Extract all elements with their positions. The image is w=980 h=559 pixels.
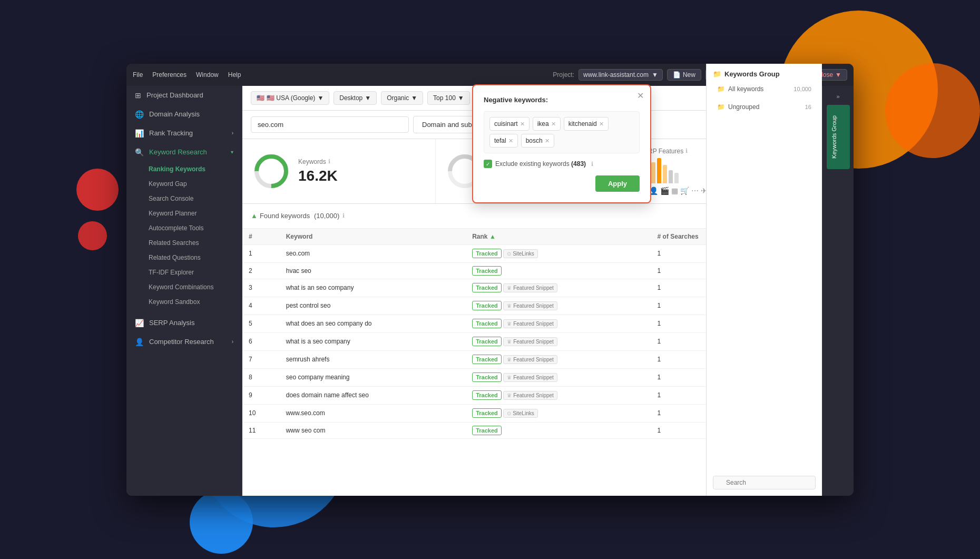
- found-label: Found keywords (10,000): [260, 212, 339, 220]
- menu-preferences[interactable]: Preferences: [152, 71, 187, 79]
- sidebar-sub-item-keyword-sandbox[interactable]: Keyword Sandbox: [126, 295, 242, 309]
- exclude-info-icon[interactable]: ℹ: [591, 161, 593, 168]
- menu-file[interactable]: File: [133, 71, 143, 79]
- tag-label: ikea: [537, 120, 549, 128]
- col-rank[interactable]: Rank ▲: [466, 229, 651, 245]
- project-label: Project:: [553, 71, 574, 79]
- top-filter[interactable]: Top 100 ▼: [427, 91, 470, 105]
- feature-badge: ♛ Featured Snippet: [503, 355, 557, 364]
- chevron-down-icon9: ▼: [458, 94, 464, 102]
- expand-icon[interactable]: ▲: [251, 212, 258, 220]
- panel-search-input[interactable]: [713, 476, 816, 489]
- tracked-badge: Tracked: [472, 266, 502, 276]
- cell-rank: Tracked ⊙ SiteLinks: [466, 244, 651, 262]
- chart-icon: 📊: [135, 129, 144, 138]
- serp-bar-4: [657, 158, 661, 183]
- tag-remove-icon[interactable]: ✕: [508, 138, 513, 144]
- cell-rank: Tracked ♛ Featured Snippet: [466, 350, 651, 368]
- tag-remove-icon[interactable]: ✕: [520, 121, 525, 128]
- menu-window[interactable]: Window: [196, 71, 219, 79]
- chevron-down-icon8: ▼: [411, 94, 417, 102]
- dashboard-icon: ⊞: [135, 91, 141, 100]
- keywords-stat-info: Keywords ℹ 16.2K: [298, 158, 338, 184]
- sidebar-item-serp-analysis[interactable]: 📈 SERP Analysis: [126, 313, 242, 332]
- menu-help[interactable]: Help: [228, 71, 241, 79]
- exclude-checkbox[interactable]: ✓: [484, 160, 492, 168]
- cell-rank: Tracked ♛ Featured Snippet: [466, 315, 651, 332]
- cell-keyword: does domain name affect seo: [280, 386, 466, 404]
- cell-keyword: hvac seo: [280, 262, 466, 279]
- col-keyword[interactable]: Keyword: [280, 229, 466, 245]
- popup-close-button[interactable]: ✕: [637, 91, 644, 101]
- chevron-down-icon: ▼: [652, 71, 658, 79]
- tag-remove-icon[interactable]: ✕: [599, 121, 604, 128]
- cell-num: 1: [242, 244, 280, 262]
- all-keywords-icon: 📁: [717, 86, 725, 93]
- serp-icon-4: ▦: [671, 187, 678, 195]
- chevron-down-icon4: ▼: [835, 71, 841, 79]
- apply-button[interactable]: Apply: [595, 175, 640, 192]
- keyword-tag: ikea✕: [533, 117, 561, 131]
- serp-bar-3: [651, 162, 655, 183]
- tag-label: bosch: [526, 137, 543, 144]
- chevron-down-icon6: ▼: [317, 94, 324, 102]
- search-type-filter[interactable]: Organic ▼: [381, 91, 423, 105]
- tracked-badge: Tracked: [472, 372, 502, 382]
- tag-remove-icon[interactable]: ✕: [551, 121, 556, 128]
- cell-num: 10: [242, 404, 280, 422]
- sidebar-item-project-dashboard[interactable]: ⊞ Project Dashboard: [126, 86, 242, 105]
- popup-title: Negative keywords:: [484, 96, 640, 104]
- panel-all-keywords[interactable]: 📁 All keywords 10,000: [713, 86, 816, 96]
- new-button[interactable]: 📄 New: [667, 69, 701, 81]
- chevron-right-icon2: ›: [232, 339, 233, 345]
- sidebar-sub-item-related-searches[interactable]: Related Searches: [126, 236, 242, 250]
- feature-badge: ♛ Featured Snippet: [503, 301, 557, 310]
- panel-ungrouped[interactable]: 📁 Ungrouped 16: [713, 100, 816, 114]
- sidebar-item-keyword-research[interactable]: 🔍 Keyword Research ▾: [126, 143, 242, 162]
- sidebar-item-rank-tracking[interactable]: 📊 Rank Tracking ›: [126, 124, 242, 143]
- sidebar-sub-item-autocomplete-tools[interactable]: Autocomplete Tools: [126, 221, 242, 236]
- tracked-badge: Tracked: [472, 408, 502, 418]
- sidebar-sub-item-ranking-keywords[interactable]: Ranking Keywords: [126, 162, 242, 176]
- tracked-badge: Tracked: [472, 337, 502, 346]
- sidebar-sub-item-search-console[interactable]: Search Console: [126, 191, 242, 206]
- project-dropdown[interactable]: www.link-assistant.com ▼: [579, 69, 663, 81]
- tracked-badge: Tracked: [472, 301, 502, 310]
- serp-icon-5: 🛒: [680, 187, 689, 195]
- serp-info-icon[interactable]: ℹ: [685, 148, 688, 154]
- bg-circle-red2: [78, 221, 107, 250]
- feature-badge: ♛ Featured Snippet: [503, 319, 557, 328]
- cell-rank: Tracked ♛ Featured Snippet: [466, 279, 651, 297]
- tag-remove-icon[interactable]: ✕: [545, 138, 550, 144]
- feature-badge: ⊙ SiteLinks: [503, 409, 538, 418]
- cell-num: 9: [242, 386, 280, 404]
- cell-rank: Tracked ⊙ SiteLinks: [466, 404, 651, 422]
- keywords-group-tab[interactable]: Keywords Group: [827, 105, 850, 169]
- cell-num: 6: [242, 332, 280, 350]
- flag-icon: 🇺🇸: [257, 94, 264, 102]
- chevron-right-icon: ›: [232, 130, 233, 136]
- domain-search-input[interactable]: [251, 116, 409, 133]
- found-info-icon[interactable]: ℹ: [342, 212, 345, 219]
- tag-label: cuisinart: [494, 120, 518, 128]
- serp-icon: 📈: [135, 319, 144, 327]
- keyword-tag: cuisinart✕: [489, 117, 530, 131]
- keywords-info-icon[interactable]: ℹ: [328, 158, 330, 165]
- cell-num: 5: [242, 315, 280, 332]
- sidebar-sub-item-keyword-gap[interactable]: Keyword Gap: [126, 176, 242, 191]
- country-filter[interactable]: 🇺🇸 🇺🇸 USA (Google) ▼: [251, 91, 329, 105]
- sidebar-item-domain-analysis[interactable]: 🌐 Domain Analysis: [126, 105, 242, 124]
- sidebar-sub-item-keyword-planner[interactable]: Keyword Planner: [126, 206, 242, 221]
- new-icon: 📄: [673, 71, 681, 79]
- tracked-badge: Tracked: [472, 355, 502, 364]
- keywords-value: 16.2K: [298, 168, 338, 184]
- exclude-row: ✓ Exclude existing keywords (483) ℹ: [484, 160, 640, 168]
- sidebar-sub-item-related-questions[interactable]: Related Questions: [126, 250, 242, 265]
- device-filter[interactable]: Desktop ▼: [334, 91, 377, 105]
- sidebar-item-competitor-research[interactable]: 👤 Competitor Research ›: [126, 332, 242, 351]
- expand-panel-icon[interactable]: »: [827, 90, 850, 103]
- sidebar-sub-item-tf-idf-explorer[interactable]: TF-IDF Explorer: [126, 265, 242, 280]
- cell-num: 3: [242, 279, 280, 297]
- tracked-badge: Tracked: [472, 390, 502, 400]
- sidebar-sub-item-keyword-combinations[interactable]: Keyword Combinations: [126, 280, 242, 295]
